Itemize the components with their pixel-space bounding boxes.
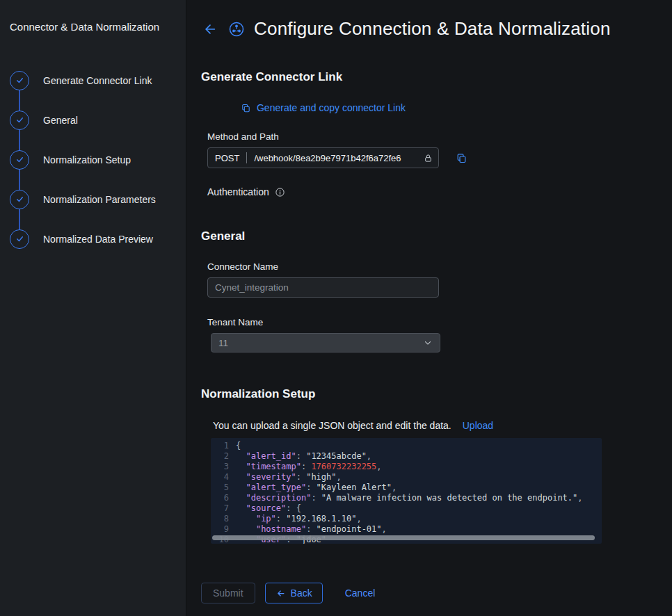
- check-icon: [10, 229, 29, 249]
- check-icon: [10, 111, 29, 130]
- code-line: 9 "hostname": "endpoint-01",: [211, 524, 602, 535]
- upload-hint-text: You can upload a single JSON object and …: [213, 420, 451, 431]
- app: Connector & Data Normalization Generate …: [0, 0, 672, 616]
- method-path-divider: [246, 152, 247, 163]
- check-icon: [10, 150, 29, 170]
- code-line: 4 "severity": "high",: [211, 472, 602, 483]
- stepper-step-generate-connector-link[interactable]: Generate Connector Link: [10, 60, 186, 100]
- submit-button[interactable]: Submit: [201, 583, 255, 603]
- back-button[interactable]: Back: [265, 583, 323, 603]
- back-arrow-icon: [275, 588, 286, 599]
- copy-icon: [456, 152, 467, 164]
- code-line: 2 "alert_id": "12345abcde",: [211, 451, 602, 462]
- tenant-name-select[interactable]: 11: [211, 333, 440, 352]
- stepper-step-normalized-data-preview[interactable]: Normalized Data Preview: [10, 219, 186, 259]
- section-heading-normalization-setup: Normalization Setup: [201, 387, 672, 401]
- json-code-editor[interactable]: 1{2 "alert_id": "12345abcde",3 "timestam…: [211, 438, 602, 544]
- connector-name-label: Connector Name: [207, 261, 672, 272]
- code-horizontal-scrollbar[interactable]: [212, 535, 599, 540]
- section-general: General Connector Name Tenant Name 11: [201, 229, 672, 352]
- cancel-button[interactable]: Cancel: [338, 583, 383, 603]
- stepper-step-normalization-setup[interactable]: Normalization Setup: [10, 140, 186, 179]
- back-arrow-button[interactable]: [201, 20, 219, 38]
- chevron-down-icon: [423, 338, 433, 348]
- upload-button[interactable]: Upload: [463, 420, 493, 431]
- code-line: 6 "description": "A malware infection wa…: [211, 493, 602, 503]
- code-lines: 1{2 "alert_id": "12345abcde",3 "timestam…: [211, 441, 602, 544]
- upload-hint-row: You can upload a single JSON object and …: [213, 420, 672, 431]
- connector-name-input[interactable]: [207, 277, 439, 298]
- sidebar: Connector & Data Normalization Generate …: [0, 0, 186, 616]
- scrollbar-thumb[interactable]: [212, 535, 595, 540]
- path-value: /webhook/8ea2b9e7971b42f6a72fe6: [254, 153, 422, 163]
- stepper-step-general[interactable]: General: [10, 100, 186, 140]
- section-generate-connector-link: Generate Connector Link Generate and cop…: [201, 70, 672, 197]
- generate-copy-connector-link-label: Generate and copy connector Link: [257, 102, 406, 113]
- connector-icon: [228, 21, 245, 38]
- sidebar-title: Connector & Data Normalization: [0, 21, 186, 33]
- stepper-step-normalization-parameters[interactable]: Normalization Parameters: [10, 179, 186, 219]
- back-arrow-icon: [202, 22, 218, 37]
- step-label: Normalized Data Preview: [43, 234, 153, 245]
- step-label: Generate Connector Link: [43, 75, 152, 86]
- method-path-label: Method and Path: [207, 131, 672, 142]
- lock-icon: [424, 154, 433, 163]
- page-title: Configure Connection & Data Normalizatio…: [254, 18, 611, 40]
- method-path-field[interactable]: POST /webhook/8ea2b9e7971b42f6a72fe6: [207, 147, 439, 168]
- step-label: General: [43, 115, 78, 126]
- back-button-label: Back: [291, 587, 312, 599]
- step-label: Normalization Parameters: [43, 194, 156, 205]
- tenant-name-value: 11: [218, 338, 228, 348]
- main-content: Configure Connection & Data Normalizatio…: [186, 0, 672, 616]
- code-line: 7 "source": {: [211, 503, 602, 514]
- copy-icon: [241, 103, 251, 113]
- code-line: 5 "alert_type": "Kayleen Alert",: [211, 483, 602, 493]
- tenant-name-label: Tenant Name: [207, 317, 672, 327]
- stepper: Generate Connector Link General Normaliz…: [10, 60, 186, 259]
- code-line: 3 "timestamp": 1760732232255,: [211, 462, 602, 472]
- copy-path-button[interactable]: [454, 151, 469, 165]
- check-icon: [10, 190, 29, 209]
- code-line: 8 "ip": "192.168.1.10",: [211, 514, 602, 524]
- info-icon[interactable]: [275, 187, 285, 197]
- method-value: POST: [215, 153, 239, 163]
- authentication-label: Authentication: [207, 186, 269, 197]
- authentication-row: Authentication: [207, 186, 672, 197]
- generate-copy-connector-link[interactable]: Generate and copy connector Link: [207, 102, 439, 113]
- section-heading-general: General: [201, 229, 672, 243]
- code-line: 1{: [211, 441, 602, 451]
- section-normalization-setup: Normalization Setup You can upload a sin…: [201, 387, 672, 544]
- footer-actions: Submit Back Cancel: [201, 583, 672, 603]
- method-path-row: POST /webhook/8ea2b9e7971b42f6a72fe6: [207, 147, 672, 168]
- page-header: Configure Connection & Data Normalizatio…: [201, 18, 672, 40]
- step-label: Normalization Setup: [43, 154, 131, 165]
- section-heading-generate-link: Generate Connector Link: [201, 70, 672, 84]
- check-icon: [10, 71, 29, 90]
